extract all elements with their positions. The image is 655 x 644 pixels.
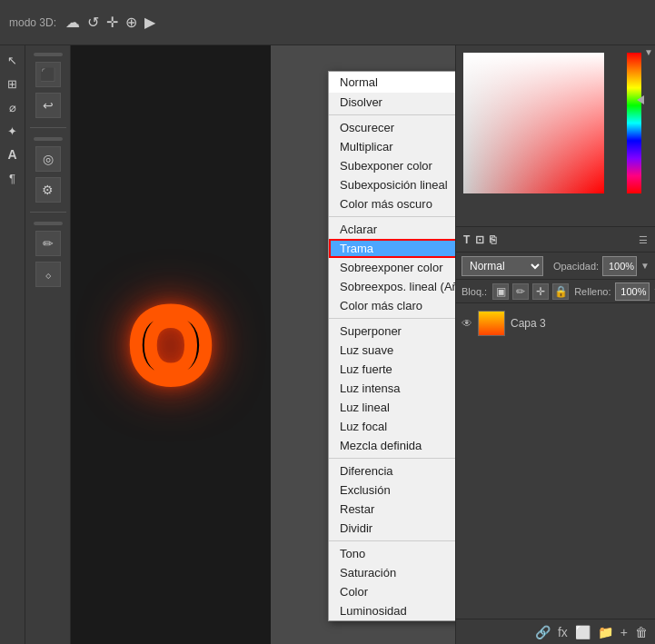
dropdown-item-disolver[interactable]: Disolver xyxy=(329,93,455,112)
dropdown-item-luz-focal[interactable]: Luz focal xyxy=(329,417,455,436)
dropdown-item-multiplicar[interactable]: Multiplicar xyxy=(329,137,455,156)
blend-mode-select[interactable]: Normal xyxy=(461,256,543,276)
cloud-icon[interactable]: ☁ xyxy=(65,14,80,31)
panel-tool-3[interactable]: ◎ xyxy=(35,146,61,172)
dropdown-separator-3 xyxy=(329,318,455,319)
panel-tool-4[interactable]: ⚙ xyxy=(35,177,61,203)
tool-type[interactable]: A xyxy=(3,144,23,164)
lock-bar: Bloq.: ▣ ✏ ✛ 🔒 Relleno: 100% ▼ xyxy=(456,280,655,303)
panel-sidebar: ⬛ ↩ ◎ ⚙ ✏ ⬦ xyxy=(25,45,71,644)
fill-section: Relleno: 100% ▼ xyxy=(574,282,655,301)
top-toolbar: modo 3D: ☁ ↺ ✛ ⊕ ▶ xyxy=(0,0,655,45)
dropdown-item-subexposicion-lineal[interactable]: Subexposición lineal xyxy=(329,175,455,194)
dropdown-item-mezcla-definida[interactable]: Mezcla definida xyxy=(329,436,455,455)
tool-paragraph[interactable]: ¶ xyxy=(3,168,23,188)
sidebar-mark-1 xyxy=(34,53,63,56)
refresh-icon[interactable]: ↺ xyxy=(87,14,99,31)
dropdown-item-luz-fuerte[interactable]: Luz fuerte xyxy=(329,360,455,379)
color-panel: ▼ xyxy=(456,45,655,227)
glow-shape: O xyxy=(112,272,230,418)
panel-divider-1 xyxy=(30,127,66,128)
tool-brush[interactable]: ⌀ xyxy=(3,97,23,117)
panel-tool-6[interactable]: ⬦ xyxy=(35,262,61,287)
dropdown-item-subexponer-color[interactable]: Subexponer color xyxy=(329,156,455,175)
layer-visibility-icon[interactable]: 👁 xyxy=(461,317,472,330)
lock-pixels-btn[interactable]: ▣ xyxy=(492,283,509,300)
dropdown-item-normal-top[interactable]: Normal xyxy=(329,72,455,93)
opacity-section: Opacidad: 100% ▼ xyxy=(553,256,650,276)
select-icon[interactable]: ⊕ xyxy=(125,14,137,31)
toolbar-label: modo 3D: xyxy=(9,16,56,29)
layer-fx-icon[interactable]: fx xyxy=(558,625,568,639)
dropdown-item-luz-intensa[interactable]: Luz intensa xyxy=(329,379,455,398)
spectrum-arrow xyxy=(637,95,644,104)
layer-group-icon[interactable]: 📁 xyxy=(598,625,613,639)
layer-name: Capa 3 xyxy=(511,317,546,330)
color-gradient[interactable] xyxy=(463,53,604,193)
glow-letter: O xyxy=(132,295,210,395)
dropdown-item-color-claro[interactable]: Color más claro xyxy=(329,296,455,315)
panel-divider-2 xyxy=(30,212,66,213)
lock-icons: ▣ ✏ ✛ 🔒 xyxy=(492,283,569,300)
dropdown-item-aclarar[interactable]: Aclarar xyxy=(329,220,455,239)
lock-move-btn[interactable]: ✛ xyxy=(532,283,549,300)
layer-item[interactable]: 👁 Capa 3 xyxy=(456,307,655,340)
dropdown-item-exclusion[interactable]: Exclusión xyxy=(329,481,455,500)
opacity-label: Opacidad: xyxy=(553,261,599,272)
layers-icons-bar: 🔗 fx ⬜ 📁 + 🗑 xyxy=(456,619,655,644)
opacity-input[interactable]: 100% xyxy=(602,256,637,276)
dropdown-item-luz-lineal[interactable]: Luz lineal xyxy=(329,398,455,417)
dropdown-item-saturacion[interactable]: Saturación xyxy=(329,563,455,582)
canvas-area: O Normal Disolver Oscurecer Multiplicar … xyxy=(71,45,455,644)
layer-mask-icon[interactable]: ⬜ xyxy=(575,625,590,639)
dropdown-item-sobreexponer-color[interactable]: Sobreexponer color xyxy=(329,258,455,277)
layers-collapse[interactable]: ☰ xyxy=(639,234,648,245)
layer-new-icon[interactable]: + xyxy=(620,625,628,639)
dropdown-item-diferencia[interactable]: Diferencia xyxy=(329,461,455,481)
dropdown-separator-5 xyxy=(329,540,455,541)
dropdown-item-luz-suave[interactable]: Luz suave xyxy=(329,341,455,360)
dropdown-separator-2 xyxy=(329,216,455,217)
sidebar-mark-2 xyxy=(34,137,63,141)
fill-input[interactable]: 100% xyxy=(615,282,650,301)
dropdown-item-color[interactable]: Color xyxy=(329,582,455,601)
dropdown-item-oscurecer[interactable]: Oscurecer xyxy=(329,118,455,137)
opacity-arrow[interactable]: ▼ xyxy=(640,261,650,271)
video-icon[interactable]: ▶ xyxy=(144,14,155,31)
dropdown-item-restar[interactable]: Restar xyxy=(329,500,455,519)
sidebar-mark-3 xyxy=(34,222,63,225)
dropdown-item-luminosidad[interactable]: Luminosidad xyxy=(329,601,455,620)
dropdown-separator-1 xyxy=(329,114,455,115)
layers-title: T xyxy=(463,233,470,246)
lock-label: Bloq.: xyxy=(461,286,487,297)
blend-mode-bar: Normal Opacidad: 100% ▼ xyxy=(456,253,655,280)
right-panels: ▼ T ⊡ ⎘ ☰ Normal Opacidad: 100% ▼ Bloq.: xyxy=(455,45,655,644)
layer-delete-icon[interactable]: 🗑 xyxy=(635,625,648,639)
lock-all-btn[interactable]: 🔒 xyxy=(552,283,569,300)
layers-tool-copy[interactable]: ⎘ xyxy=(490,233,496,246)
color-spectrum-bar[interactable] xyxy=(627,53,641,193)
lock-paint-btn[interactable]: ✏ xyxy=(512,283,529,300)
tool-select[interactable]: ↖ xyxy=(3,50,23,70)
dropdown-item-trama[interactable]: Trama xyxy=(329,239,455,258)
panel-tool-5[interactable]: ✏ xyxy=(35,231,61,256)
tool-crop[interactable]: ⊞ xyxy=(3,74,23,94)
layers-list: 👁 Capa 3 xyxy=(456,303,655,619)
dropdown-item-superponer[interactable]: Superponer xyxy=(329,322,455,341)
panel-collapse-btn[interactable]: ▼ xyxy=(644,47,653,57)
blend-mode-dropdown: Normal Disolver Oscurecer Multiplicar Su… xyxy=(328,71,455,621)
panel-tool-2[interactable]: ↩ xyxy=(35,93,61,118)
dropdown-item-dividir[interactable]: Dividir xyxy=(329,519,455,538)
dropdown-item-color-oscuro[interactable]: Color más oscuro xyxy=(329,194,455,213)
dropdown-item-sobreexpos-lineal[interactable]: Sobreexpos. lineal (Añadir) xyxy=(329,277,455,296)
panel-tool-1[interactable]: ⬛ xyxy=(35,62,61,87)
layers-header: T ⊡ ⎘ ☰ xyxy=(456,227,655,253)
dropdown-separator-4 xyxy=(329,458,455,459)
tool-stamp[interactable]: ✦ xyxy=(3,121,23,141)
layers-tool-transform[interactable]: ⊡ xyxy=(475,233,484,246)
canvas-image: O xyxy=(71,45,271,644)
toolbar-icons: ☁ ↺ ✛ ⊕ ▶ xyxy=(65,14,155,31)
move-icon[interactable]: ✛ xyxy=(106,14,118,31)
layer-link-icon[interactable]: 🔗 xyxy=(535,625,551,639)
dropdown-item-tono[interactable]: Tono xyxy=(329,544,455,563)
